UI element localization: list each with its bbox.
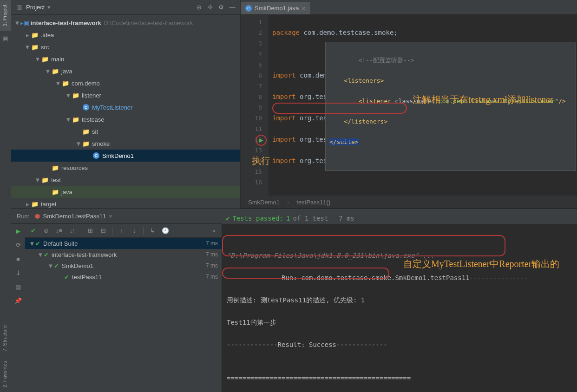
run-console[interactable]: ✔ Tests passed: 1 of 1 test – 7 ms "D:\P… — [222, 224, 577, 392]
settings-icon[interactable]: » — [210, 227, 218, 235]
locate-icon[interactable]: ⊕ — [195, 3, 203, 12]
run-test-tree[interactable]: ▼✔ Default Suite 7 ms ▼✔ interface-test-… — [25, 238, 222, 392]
breadcrumb-class[interactable]: SmkDemo1 — [248, 199, 280, 206]
status-passed-label: Tests passed: — [232, 213, 283, 224]
tree-label: listener — [82, 92, 101, 99]
expand-icon[interactable]: ✢ — [206, 3, 214, 12]
tree-row-resources[interactable]: 📁 resources — [11, 162, 240, 174]
tree-label: java — [61, 189, 72, 196]
tree-row-comdemo[interactable]: ▼📁 com.demo — [11, 77, 240, 89]
pass-check-icon: ✔ — [226, 213, 229, 224]
tree-row-smkdemo1[interactable]: C SmkDemo1 — [11, 150, 240, 162]
run-tab-label: SmkDemo1.testPass11 — [43, 213, 106, 220]
tree-row-root[interactable]: ▼▸▣ interface-test-framework D:\Code\int… — [11, 17, 240, 29]
annotation-text-1: 注解相当于在testng.xml添加listener — [413, 93, 561, 106]
run-panel: Run: ⬢ SmkDemo1.testPass11 × ▶ ⟳ ■ ⤓ ▤ 📌 — [11, 209, 577, 392]
export-icon[interactable]: ↳ — [148, 227, 157, 235]
close-run-tab-icon[interactable]: × — [109, 213, 112, 220]
tree-row-testcase[interactable]: ▼📁 testcase — [11, 113, 240, 125]
tree-row-sit[interactable]: 📁 sit — [11, 125, 240, 137]
run-gutter-icon[interactable]: ▶ — [259, 137, 263, 144]
tree-row-target[interactable]: ▸📁 target — [11, 198, 240, 209]
project-tool-tab[interactable]: 1: Project — [0, 0, 11, 31]
history-icon[interactable]: 🕘 — [161, 227, 170, 235]
toggle-tests-icon[interactable]: ⟳ — [14, 241, 22, 249]
tree-row-main[interactable]: ▼📁 main — [11, 53, 240, 65]
expand-all-icon[interactable]: ⊞ — [86, 227, 94, 235]
dump-icon[interactable]: ⤓ — [14, 268, 22, 277]
favorites-tool-tab[interactable]: 2: Favorites — [0, 356, 11, 392]
editor-gutter: 1 2 3 4 5 6 7 8 9 10 11 12 13 14 — [241, 15, 269, 196]
breadcrumb-bar: SmkDemo1 › testPass11() — [241, 196, 577, 209]
top-split: ▥ Project ▾ ⊕ ✢ ⚙ — ▼▸▣ interface-test-f… — [11, 0, 577, 209]
annotation-text-2: 执行 — [252, 154, 270, 167]
editor-body[interactable]: 1 2 3 4 5 6 7 8 9 10 11 12 13 14 — [241, 15, 577, 196]
ide-root: 1: Project ▣ 7: Structure 2: Favorites ▥… — [0, 0, 577, 392]
next-icon[interactable]: ↓ — [130, 227, 138, 235]
test-row-suite[interactable]: ▼✔ Default Suite 7 ms — [25, 238, 222, 249]
tree-label: target — [41, 201, 56, 208]
annotation-listeners-box — [272, 103, 407, 114]
tree-label: java — [61, 68, 72, 75]
status-count: 1 — [286, 213, 290, 224]
console-line: ========================================… — [227, 372, 572, 384]
tree-row-test-java[interactable]: 📁 java — [11, 186, 240, 198]
tree-label: .idea — [41, 32, 54, 39]
project-icon: ▣ — [0, 33, 11, 44]
run-left-toolbar: ▶ ⟳ ■ ⤓ ▤ 📌 — [11, 224, 25, 392]
annotation-result-box — [222, 268, 389, 279]
test-row-method[interactable]: ✔ testPass11 7 ms — [25, 271, 222, 282]
prev-icon[interactable]: ↑ — [117, 227, 125, 235]
sort-icon-2[interactable]: ↓⁝ — [68, 227, 76, 235]
tree-path: D:\Code\interface-test-framework — [104, 20, 193, 26]
tree-label: sit — [92, 128, 98, 135]
stop-button[interactable]: ■ — [14, 255, 22, 263]
structure-tool-tab[interactable]: 7: Structure — [0, 320, 11, 356]
editor-tab-smkdemo1[interactable]: C SmkDemo1.java × — [241, 1, 310, 14]
breadcrumb-method[interactable]: testPass11() — [296, 199, 330, 206]
console-line: -------------Result: Success------------… — [227, 339, 572, 350]
close-tab-icon[interactable]: × — [302, 5, 305, 12]
rerun-button[interactable]: ▶ — [14, 227, 22, 235]
show-passed-icon[interactable]: ✔ — [29, 227, 37, 235]
tree-label: SmkDemo1 — [102, 152, 134, 159]
tree-label: src — [41, 44, 49, 51]
sort-icon[interactable]: ↓≡ — [55, 227, 63, 235]
tree-label: MyTestListener — [92, 104, 132, 111]
test-row-framework[interactable]: ▼✔ interface-test-framework 7 ms — [25, 249, 222, 260]
tree-label: resources — [61, 164, 88, 171]
tree-label: com.demo — [72, 80, 100, 87]
project-title-text: Project — [26, 4, 45, 11]
project-panel-title[interactable]: Project ▾ — [26, 4, 51, 11]
console-line: 用例描述: 测testPass11的描述, 优先级: 1 — [227, 294, 572, 306]
status-time: – 7 ms — [331, 213, 354, 224]
console-line: Test11的第一步 — [227, 317, 572, 328]
annotation-run-box: ▶ — [256, 135, 267, 146]
tree-row-listener[interactable]: ▼📁 listener — [11, 89, 240, 101]
collapse-all-icon[interactable]: ⊟ — [99, 227, 107, 235]
tree-label: test — [51, 176, 61, 183]
main-column: ▥ Project ▾ ⊕ ✢ ⚙ — ▼▸▣ interface-test-f… — [11, 0, 577, 392]
annotation-run-line-box — [222, 235, 505, 256]
tree-row-idea[interactable]: ▸📁 .idea — [11, 29, 240, 41]
pin-icon[interactable]: 📌 — [14, 296, 22, 305]
test-row-class[interactable]: ▼✔ SmkDemo1 7 ms — [25, 260, 222, 271]
tree-label: main — [51, 56, 64, 63]
tab-label: SmkDemo1.java — [255, 5, 299, 12]
project-tree[interactable]: ▼▸▣ interface-test-framework D:\Code\int… — [11, 15, 240, 209]
project-panel-header: ▥ Project ▾ ⊕ ✢ ⚙ — — [11, 0, 240, 15]
tree-row-src[interactable]: ▼📁 src — [11, 41, 240, 53]
tree-row-test[interactable]: ▼📁 test — [11, 174, 240, 186]
minimize-icon[interactable]: — — [228, 3, 236, 12]
tree-row-mytestlistener[interactable]: C MyTestListener — [11, 101, 240, 113]
layout-icon[interactable]: ▤ — [14, 282, 22, 291]
tree-row-java[interactable]: ▼📁 java — [11, 65, 240, 77]
project-panel: ▥ Project ▾ ⊕ ✢ ⚙ — ▼▸▣ interface-test-f… — [11, 0, 241, 209]
settings-gear-icon[interactable]: ⚙ — [217, 3, 225, 12]
editor-tabbar: C SmkDemo1.java × — [241, 0, 577, 15]
run-body: ▶ ⟳ ■ ⤓ ▤ 📌 ✔ ⊘ ↓≡ ↓⁝ ⊞ ⊟ — [11, 224, 577, 392]
show-ignored-icon[interactable]: ⊘ — [42, 227, 50, 235]
tree-row-smoke[interactable]: ▼📁 smoke — [11, 137, 240, 150]
run-config-tab[interactable]: ⬢ SmkDemo1.testPass11 × — [35, 213, 112, 220]
java-class-icon: C — [245, 5, 252, 12]
